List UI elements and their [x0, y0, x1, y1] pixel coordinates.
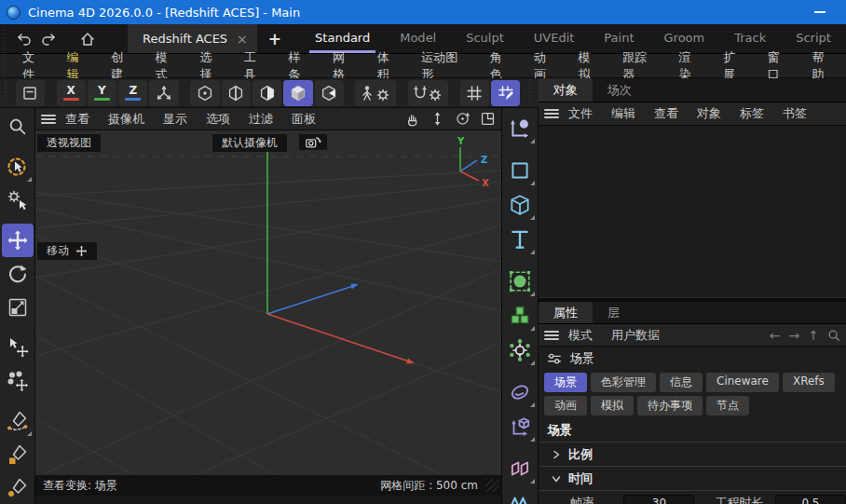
spline-pen-create-icon[interactable] [503, 111, 537, 145]
group-time[interactable]: 时间 [539, 467, 846, 491]
pan-icon[interactable] [404, 111, 420, 127]
viewport-menu-display[interactable]: 显示 [154, 111, 197, 128]
hamburger-icon[interactable] [544, 329, 559, 342]
hamburger-icon[interactable] [41, 113, 56, 126]
axis-mode-icon[interactable] [149, 80, 178, 106]
top-toolbar: X Y Z [0, 78, 539, 108]
section-tab-color-management[interactable]: 色彩管理 [591, 373, 656, 392]
camera-switch-icon[interactable] [299, 134, 327, 150]
object-axis-settings-icon[interactable] [355, 80, 396, 106]
tab-attributes[interactable]: 属性 [539, 302, 593, 323]
live-selection-tool[interactable] [2, 150, 34, 184]
viewport-menu-filter[interactable]: 过滤 [239, 111, 282, 128]
project-duration-value[interactable]: 0.5 [775, 495, 846, 504]
viewport-menu-panel[interactable]: 面板 [282, 111, 325, 128]
axis-label-x: X [482, 178, 489, 188]
lock-y-axis-icon[interactable]: Y [88, 80, 116, 106]
section-tab-animation[interactable]: 动画 [544, 396, 587, 415]
fps-field-label: 帧率 [570, 495, 616, 504]
minimize-button[interactable] [814, 11, 826, 13]
model-mode-icon[interactable] [283, 80, 312, 106]
make-editable-icon[interactable] [16, 80, 45, 106]
group-scale[interactable]: 比例 [539, 443, 846, 467]
spline-sketch-tool[interactable] [2, 438, 34, 471]
polygons-mode-icon[interactable] [252, 80, 281, 106]
attribute-object-label: 场景 [570, 350, 594, 367]
orbit-icon[interactable] [455, 111, 471, 127]
om-menu-file[interactable]: 文件 [559, 105, 602, 122]
history-back-icon[interactable]: ← [770, 328, 781, 343]
am-menu-userdata[interactable]: 用户数据 [602, 327, 669, 344]
history-forward-icon[interactable]: → [789, 328, 800, 343]
am-menu-mode[interactable]: 模式 [559, 327, 602, 344]
tab-layers[interactable]: 层 [593, 302, 634, 323]
spline-pen-tool[interactable] [2, 404, 34, 438]
rotate-tool[interactable] [2, 257, 34, 291]
viewport-menu-cameras[interactable]: 摄像机 [99, 111, 154, 128]
scale-tool[interactable] [2, 291, 34, 324]
quantize-icon[interactable] [460, 80, 489, 106]
lock-z-axis-icon[interactable]: Z [118, 80, 147, 106]
om-menu-tags[interactable]: 标签 [730, 105, 773, 122]
tab-objects[interactable]: 对象 [539, 78, 593, 102]
drag-handle[interactable] [529, 78, 536, 107]
spline-arc-tool[interactable] [2, 471, 34, 504]
close-icon[interactable]: × [237, 32, 248, 47]
object-list[interactable] [539, 126, 846, 297]
cube-primitive-icon[interactable] [503, 187, 537, 222]
section-tab-scene[interactable]: 场景 [544, 373, 587, 392]
document-tab-label: Redshift ACES [143, 32, 227, 46]
instance-icon[interactable] [503, 409, 537, 443]
texture-mode-icon[interactable] [315, 80, 344, 106]
text-spline-icon[interactable] [503, 222, 537, 256]
tab-takes[interactable]: 场次 [593, 78, 647, 102]
drag-handle[interactable] [5, 78, 11, 107]
fps-field-value[interactable]: 30 [623, 495, 694, 504]
group-time-label: 时间 [568, 470, 593, 487]
quantize-settings-icon[interactable] [491, 80, 520, 106]
drag-handle[interactable] [3, 24, 9, 53]
generator-icon[interactable] [503, 264, 537, 298]
section-tab-todo[interactable]: 待办事项 [637, 396, 703, 415]
section-tab-cineware[interactable]: Cineware [706, 373, 779, 392]
om-menu-objects[interactable]: 对象 [688, 105, 730, 122]
drag-handle[interactable] [3, 54, 9, 77]
snap-settings-icon[interactable] [408, 80, 449, 106]
section-tab-simulation[interactable]: 模拟 [591, 396, 634, 415]
om-menu-view[interactable]: 查看 [645, 105, 688, 122]
parent-up-icon[interactable]: ↑ [808, 328, 819, 343]
tool-settings-tool[interactable] [2, 184, 34, 217]
connect-object-icon[interactable] [503, 451, 537, 485]
lock-x-axis-icon[interactable]: X [57, 80, 86, 106]
viewport-menu-view[interactable]: 查看 [56, 111, 99, 128]
section-tab-xrefs[interactable]: XRefs [783, 373, 835, 392]
viewport-canvas[interactable]: 透视视图 默认摄像机 Y Z X 移动 查看变换: 场景 网格间距 : 500 … [35, 130, 501, 504]
search-icon[interactable] [827, 329, 840, 342]
om-menu-edit[interactable]: 编辑 [602, 105, 645, 122]
view-label: 透视视图 [37, 134, 101, 152]
deformer-icon[interactable] [503, 375, 537, 409]
edges-mode-icon[interactable] [222, 80, 251, 106]
volume-builder-icon[interactable] [503, 298, 537, 333]
search-icon[interactable] [2, 110, 34, 143]
viewport-menu-options[interactable]: 选项 [197, 111, 239, 128]
dolly-icon[interactable] [430, 111, 445, 127]
points-mode-icon[interactable] [190, 80, 219, 106]
select-transform-tool[interactable] [2, 331, 34, 364]
hamburger-icon[interactable] [544, 107, 559, 120]
camera-label[interactable]: 默认摄像机 [212, 134, 287, 152]
multi-transform-tool[interactable] [2, 364, 34, 398]
cloner-icon[interactable] [503, 333, 537, 367]
section-tab-info[interactable]: 信息 [660, 373, 703, 392]
move-tool[interactable] [2, 224, 34, 257]
tracer-icon[interactable] [503, 485, 537, 504]
attribute-object-row: 场景 [539, 347, 846, 371]
resize-grip[interactable] [485, 479, 498, 492]
project-duration-label: 工程时长 [715, 495, 767, 504]
attribute-heading: 场景 [539, 418, 846, 443]
section-tab-nodes[interactable]: 节点 [706, 396, 749, 415]
rectangle-spline-icon[interactable] [503, 153, 537, 187]
move-cursor-icon [75, 245, 88, 257]
toggle-view-icon[interactable] [480, 111, 496, 127]
om-menu-bookmarks[interactable]: 书签 [773, 105, 816, 122]
